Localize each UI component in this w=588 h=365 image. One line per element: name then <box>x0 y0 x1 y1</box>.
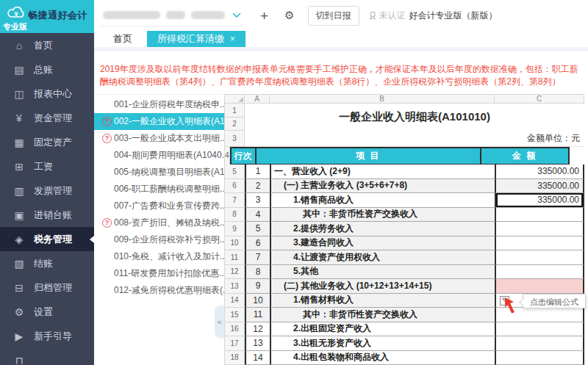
amount-cell[interactable]: ✎ 点击编辑公式 <box>495 351 584 365</box>
row-number: 10 <box>224 236 245 251</box>
line-number-cell[interactable]: 5 <box>245 222 270 236</box>
close-icon[interactable]: × <box>230 34 235 44</box>
form-list-item[interactable]: ? 005-纳税调整项目明细表(A1... <box>94 164 224 181</box>
archive-icon: ⊟ <box>12 282 26 294</box>
amount-cell[interactable]: ✎ 点击编辑公式 <box>495 265 584 280</box>
sidebar-item[interactable]: ⊞ 工资 <box>0 154 94 178</box>
question-icon: ? <box>102 117 112 126</box>
item-cell[interactable]: 2.出租固定资产收入 <box>270 322 495 337</box>
column-header-a[interactable]: A <box>245 94 270 104</box>
line-number-cell[interactable]: 3 <box>245 193 270 208</box>
sidebar-item[interactable]: ▤ 总账 <box>0 57 94 82</box>
form-list-item[interactable]: ? 002-一般企业收入明细表(A1... <box>94 113 224 130</box>
line-number-cell[interactable]: 8 <box>245 265 270 280</box>
redacted-company-name <box>191 11 225 19</box>
switch-daily-report-button[interactable]: 切到日报 <box>308 6 359 26</box>
row-number: 15 <box>224 308 245 322</box>
amount-cell[interactable]: 335000.00 ✎ 点击编辑公式 <box>495 179 584 194</box>
line-number-cell[interactable]: 10 <box>245 294 270 308</box>
clipped-item-icon: ⊓ <box>12 355 26 365</box>
item-cell[interactable]: 其中：非货币性资产交换收入 <box>270 208 495 223</box>
line-number-cell[interactable]: 6 <box>245 236 270 251</box>
add-account-icon[interactable]: + <box>260 9 268 23</box>
item-cell[interactable]: 4.让渡资产使用权收入 <box>270 250 495 265</box>
item-cell[interactable]: 4.出租包装物和商品收入 <box>270 351 495 365</box>
gear-icon[interactable]: ⚙ <box>284 9 294 22</box>
row-number: 8 <box>224 208 245 223</box>
edition-label: 好会计专业版（新版） <box>409 10 498 22</box>
fixed-assets-icon: ▦ <box>12 137 26 148</box>
chevron-down-icon[interactable] <box>232 12 241 18</box>
line-number-cell[interactable]: 9 <box>245 279 270 294</box>
form-list-item[interactable]: ? 011-研发费用加计扣除优惠... <box>94 265 224 282</box>
line-number-cell[interactable]: 12 <box>245 322 270 337</box>
amount-cell[interactable]: ✎ 点击编辑公式 <box>495 208 584 223</box>
sheet-row: 9 5 2.提供劳务收入 ✎ 点击编辑公式 <box>224 222 586 236</box>
amount-cell[interactable]: 335000.00 ✎ 点击编辑公式 <box>495 193 584 208</box>
form-list-item[interactable]: ? 012-减免所得税优惠明细表(... <box>94 282 224 299</box>
svg-text:¥: ¥ <box>14 10 18 18</box>
sidebar-item[interactable]: ◫ 报表中心 <box>0 82 94 106</box>
amount-cell[interactable]: ✎ 点击编辑公式 <box>495 250 584 265</box>
line-number-cell[interactable]: 14 <box>245 351 270 365</box>
form-list-item[interactable]: ? 006-职工薪酬纳税调整明细... <box>94 181 224 198</box>
amount-cell[interactable]: 335000.00 ✎ 点击编辑公式 <box>495 165 584 179</box>
sidebar-item[interactable]: ▥ 发票管理 <box>0 178 94 203</box>
select-all-corner[interactable] <box>224 94 245 104</box>
form-list-item[interactable]: ? 003-一般企业成本支出明细... <box>94 130 224 147</box>
sidebar-item[interactable]: ⚙ 设置 <box>0 300 94 324</box>
line-number-cell[interactable]: 7 <box>245 250 270 265</box>
item-cell[interactable]: 3.出租无形资产收入 <box>270 336 495 351</box>
tab-income-tax-settlement[interactable]: 所得税汇算清缴 × <box>147 31 245 47</box>
item-cell[interactable]: 一、营业收入 (2+9) <box>270 165 495 179</box>
form-list-item[interactable]: ? 007-广告费和业务宣传费跨... <box>94 198 224 214</box>
item-cell[interactable]: 5.其他 <box>270 265 495 280</box>
column-header-c[interactable]: C <box>495 94 584 104</box>
sidebar-item[interactable]: ◈ 税务管理 <box>0 227 94 251</box>
line-number-cell[interactable]: 13 <box>245 336 270 351</box>
collapse-panel-handle[interactable]: « <box>215 306 224 338</box>
amount-cell[interactable]: ✎ 点击编辑公式 <box>495 322 584 337</box>
form-list-item[interactable]: ? 001-企业所得税年度纳税申... <box>94 96 224 113</box>
item-cell[interactable]: (二) 其他业务收入 (10+12+13+14+15) <box>270 279 495 294</box>
amount-cell[interactable]: ✎ 点击编辑公式 <box>495 294 584 308</box>
sidebar-item[interactable]: ⌂ 首页 <box>0 33 94 57</box>
sidebar-item[interactable]: ▣ 进销台账 <box>0 203 94 227</box>
sidebar-item[interactable]: ⊟ 归档管理 <box>0 275 94 300</box>
topbar: + ⚙ 切到日报 未认证 好会计专业版（新版） <box>94 0 588 31</box>
form-list-item[interactable]: ? 009-企业所得税弥补亏损明... <box>94 231 224 248</box>
line-number-cell[interactable]: 4 <box>245 208 270 223</box>
sidebar-item[interactable]: ▦ 固定资产 <box>0 130 94 154</box>
sheet-row: 15 11 其中：非货币性资产交换收入 ✎ 点击编辑公式 <box>224 308 586 322</box>
item-cell[interactable]: (一) 主营业务收入 (3+5+6+7+8) <box>270 179 495 194</box>
item-cell[interactable]: 2.提供劳务收入 <box>270 222 495 236</box>
item-cell[interactable]: 1.销售商品收入 <box>270 193 495 208</box>
amount-cell[interactable]: ✎ 点击编辑公式 <box>495 279 584 294</box>
item-cell[interactable]: 1.销售材料收入 <box>270 294 495 308</box>
amount-cell[interactable]: ✎ 点击编辑公式 <box>495 236 584 251</box>
line-number-cell[interactable]: 1 <box>245 165 270 179</box>
column-header-b[interactable]: B <box>270 94 495 104</box>
amount-cell[interactable]: ✎ 点击编辑公式 <box>495 336 584 351</box>
row-number: 3 <box>224 131 245 147</box>
item-cell[interactable]: 3.建造合同收入 <box>270 236 495 251</box>
line-number-cell[interactable]: 2 <box>245 179 270 194</box>
home-icon: ⌂ <box>12 40 26 51</box>
tab-home[interactable]: 首页 <box>103 31 143 47</box>
sidebar-item[interactable]: ▧ 结账 <box>0 251 94 275</box>
table-header-row: 4 行次 项 目 金 额 <box>224 147 586 165</box>
sidebar-item[interactable]: ¥ 资金管理 <box>0 106 94 130</box>
company-selector[interactable] <box>100 4 244 26</box>
edit-formula-tooltip: 点击编辑公式 <box>523 294 586 308</box>
form-list-item[interactable]: ? 010-免税、减计收入及加计... <box>94 248 224 265</box>
sidebar-item[interactable]: ⊓ <box>0 348 94 365</box>
row-number: 18 <box>224 351 245 365</box>
form-list-item[interactable]: ? 004-期间费用明细表(A1040... <box>94 147 224 164</box>
amount-cell[interactable]: ✎ 点击编辑公式 <box>495 222 584 236</box>
row-number: 17 <box>224 336 245 351</box>
title-block: 1 2 3 一般企业收入明细表(A101010) 金额单位：元 <box>224 104 586 147</box>
sidebar-item[interactable]: ▶ 新手引导 <box>0 324 94 348</box>
form-list-item[interactable]: ? 008-资产折旧、摊销及纳税... <box>94 214 224 231</box>
item-cell[interactable]: 其中：非货币性资产交换收入 <box>270 308 495 322</box>
line-number-cell[interactable]: 11 <box>245 308 270 322</box>
